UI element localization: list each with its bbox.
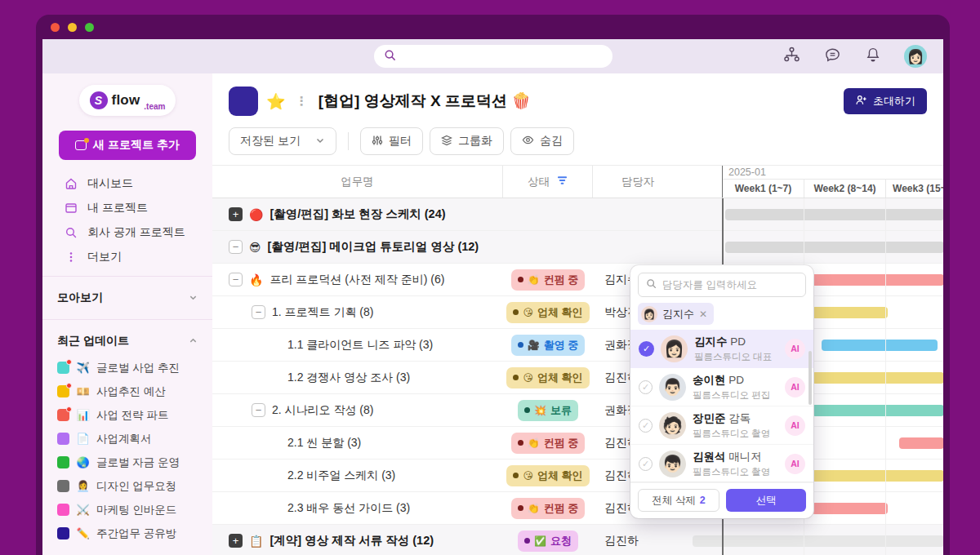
collapse-icon[interactable]: − [252, 403, 265, 417]
minimize-window-button[interactable] [68, 23, 77, 32]
gantt-bar[interactable] [812, 405, 943, 416]
table-row[interactable]: −😎[촬영/편집] 메이크업 튜토리얼 영상 (12) [212, 231, 943, 264]
sidebar-section-collections[interactable]: 모아보기 [42, 283, 212, 313]
status-filter-icon[interactable] [557, 175, 568, 188]
task-status-cell[interactable]: 😘업체 확인 [503, 296, 593, 328]
sidebar-project-item[interactable]: 👩‍💼디자인 업무요청 [42, 474, 212, 498]
status-badge[interactable]: 👏컨펌 중 [511, 433, 586, 454]
sidebar-item-more[interactable]: 더보기 [42, 245, 212, 269]
select-button[interactable]: 선택 [726, 489, 806, 512]
column-header-name[interactable]: 업무명 [212, 166, 503, 198]
task-status-cell[interactable]: 😘업체 확인 [503, 362, 593, 393]
project-color-swatch[interactable] [229, 87, 258, 116]
sidebar-project-item[interactable]: 📊사업 전략 파트 [42, 403, 212, 427]
status-badge[interactable]: ✅요청 [518, 531, 578, 552]
sidebar-project-item[interactable]: ⚔️마케팅 인바운드 [42, 498, 212, 522]
gantt-bar[interactable] [805, 274, 943, 286]
remove-chip-icon[interactable]: ✕ [699, 309, 707, 320]
invite-button[interactable]: 초대하기 [844, 88, 927, 114]
gantt-bar[interactable] [812, 372, 943, 384]
table-row[interactable]: 1.1 클라이언트 니즈 파악 (3)🎥촬영 중권화정 [212, 329, 943, 362]
table-row[interactable]: +🔴[촬영/편집] 화보 현장 스케치 (24) [212, 198, 943, 231]
table-row[interactable]: −1. 프로젝트 기획 (8)😘업체 확인박상진 [212, 296, 943, 329]
bell-icon[interactable] [864, 46, 882, 67]
column-header-assignee[interactable]: 담당자 [593, 166, 683, 198]
assignee-list-item[interactable]: ✓👩🏻김지수 PD필름스튜디오 대표AI [630, 330, 813, 368]
table-row[interactable]: 2.3 배우 동선 가이드 (3)👏컨펌 중김진하 [212, 492, 943, 525]
assignee-list-item[interactable]: ✓👨🏻송이현 PD필름스튜디오 편집AI [630, 368, 813, 406]
task-status-cell[interactable]: 👏컨펌 중 [503, 264, 593, 295]
sidebar-project-item[interactable]: ✈️글로벌 사업 추진 [42, 356, 212, 380]
assignee-search-input[interactable]: 담당자를 입력하세요 [638, 273, 806, 297]
clear-all-button[interactable]: 전체 삭제 2 [638, 489, 719, 512]
table-row[interactable]: 1.2 경쟁사 영상 조사 (3)😘업체 확인김진하 [212, 362, 943, 394]
selected-assignee-chip[interactable]: 👩🏻 김지수 ✕ [638, 303, 714, 325]
gantt-bar[interactable] [693, 535, 943, 547]
gantt-bar[interactable] [822, 340, 938, 351]
project-menu-icon[interactable]: ⋮ [296, 94, 309, 109]
table-row[interactable]: −🔥프리 프로덕션 (사전 제작 준비) (6)👏컨펌 중김지수 [212, 264, 943, 296]
assignee-list-item[interactable]: ✓🧑🏻장민준 감독필름스튜디오 촬영AI [630, 406, 813, 445]
gantt-bar[interactable] [725, 209, 943, 220]
task-assignee-cell[interactable] [593, 231, 683, 263]
hide-button[interactable]: 숨김 [510, 127, 574, 155]
table-row[interactable]: 2.2 비주얼 스케치 (3)😘업체 확인김진하 [212, 460, 943, 492]
maximize-window-button[interactable] [85, 23, 94, 32]
sidebar-project-item[interactable]: 💴사업추진 예산 [42, 380, 212, 403]
sidebar-item-home[interactable]: 대시보드 [42, 171, 212, 196]
unchecked-icon[interactable]: ✓ [639, 419, 653, 433]
collapse-icon[interactable]: − [229, 273, 243, 286]
unchecked-icon[interactable]: ✓ [639, 457, 653, 471]
status-badge[interactable]: 👏컨펌 중 [511, 498, 586, 519]
column-header-status[interactable]: 상태 [503, 166, 593, 198]
task-status-cell[interactable]: 👏컨펌 중 [503, 427, 593, 459]
status-badge[interactable]: 😘업체 확인 [506, 367, 589, 388]
task-status-cell[interactable] [503, 198, 593, 230]
status-badge[interactable]: 🎥촬영 중 [511, 335, 586, 356]
sidebar-item-search[interactable]: 회사 공개 프로젝트 [42, 220, 212, 245]
collapse-icon[interactable]: − [229, 240, 243, 254]
user-avatar[interactable]: 👩🏻 [904, 45, 927, 68]
saved-view-dropdown[interactable]: 저장된 보기 [229, 127, 336, 155]
task-status-cell[interactable]: 👏컨펌 중 [503, 492, 593, 524]
table-row[interactable]: −2. 시나리오 작성 (8)💥보류권화정 [212, 394, 943, 427]
task-status-cell[interactable]: 😘업체 확인 [503, 460, 593, 491]
status-badge[interactable]: 👏컨펌 중 [511, 269, 586, 291]
gantt-bar[interactable] [812, 307, 888, 318]
unchecked-icon[interactable]: ✓ [639, 380, 653, 394]
flow-logo[interactable]: S flow .team [79, 85, 176, 116]
sidebar-project-item[interactable]: ✏️주간업무 공유방 [42, 522, 212, 545]
sidebar-section-recent[interactable]: 최근 업데이트 [42, 326, 212, 356]
sidebar-project-item[interactable]: 📄사업계획서 [42, 427, 212, 451]
global-search-input[interactable] [374, 45, 612, 68]
gantt-bar[interactable] [899, 437, 943, 449]
task-status-cell[interactable]: ✅요청 [503, 525, 593, 555]
status-badge[interactable]: 💥보류 [518, 400, 578, 421]
ai-badge[interactable]: AI [785, 339, 805, 359]
popup-scrollbar[interactable] [808, 351, 812, 405]
gantt-bar[interactable] [812, 470, 943, 482]
expand-icon[interactable]: + [229, 207, 243, 221]
task-assignee-cell[interactable] [593, 198, 683, 230]
table-row[interactable]: +📋[계약] 영상 제작 서류 작성 (12)✅요청김진하 [212, 525, 943, 555]
ai-badge[interactable]: AI [785, 377, 805, 397]
chat-icon[interactable] [823, 46, 842, 68]
gantt-bar[interactable] [812, 503, 888, 514]
filter-button[interactable]: 필터 [360, 127, 423, 155]
sidebar-project-item[interactable]: 🌏글로벌 자금 운영 [42, 451, 212, 474]
add-project-button[interactable]: 새 프로젝트 추가 [59, 131, 196, 160]
gantt-bar[interactable] [725, 242, 943, 253]
task-status-cell[interactable]: 💥보류 [503, 394, 593, 426]
assignee-list-item[interactable]: ✓👦🏻김원석 매니저필름스튜디오 촬영AI [630, 445, 813, 483]
ai-badge[interactable]: AI [785, 415, 805, 436]
task-assignee-cell[interactable]: 김진하 [593, 525, 683, 555]
org-chart-icon[interactable] [782, 46, 801, 68]
status-badge[interactable]: 😘업체 확인 [506, 465, 589, 486]
close-window-button[interactable] [51, 23, 60, 32]
task-status-cell[interactable] [503, 231, 593, 263]
expand-icon[interactable]: + [229, 534, 243, 548]
sidebar-item-project[interactable]: 내 프로젝트 [42, 196, 212, 220]
task-status-cell[interactable]: 🎥촬영 중 [503, 329, 593, 361]
table-row[interactable]: 2.1 씬 분할 (3)👏컨펌 중김진하 [212, 427, 943, 460]
group-button[interactable]: 그룹화 [430, 127, 504, 155]
